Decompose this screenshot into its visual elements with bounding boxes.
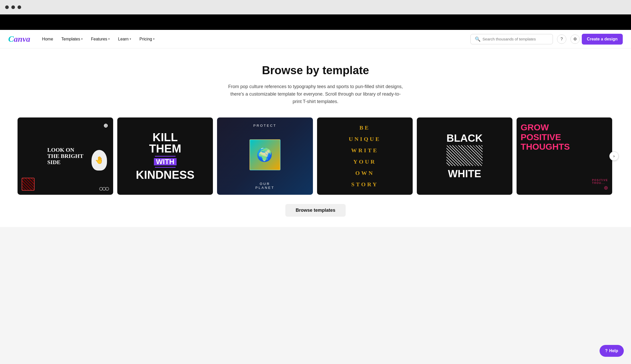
template-card-1[interactable]: ⊕ LOOK ONTHE BRIGHTSIDE 🤚 [18, 117, 113, 195]
globe-icon-1: ⊕ [103, 123, 108, 129]
nav-templates[interactable]: Templates ▾ [58, 35, 86, 44]
help-circle-button[interactable]: ? [557, 35, 566, 44]
circles-decoration [99, 187, 109, 191]
scroll-next-button[interactable]: › [609, 151, 619, 161]
main-content: Browse by template From pop culture refe… [0, 48, 631, 227]
page-title: Browse by template [10, 64, 621, 77]
page-subtitle: From pop culture references to typograph… [228, 83, 403, 105]
window-dot-yellow [11, 5, 15, 9]
template-card-5[interactable]: BLACK WHITE [417, 117, 512, 195]
template-card-4[interactable]: BEUNIQUEWRITEYOUROWNSTORY [317, 117, 413, 195]
nav-learn[interactable]: Learn ▾ [114, 35, 135, 44]
canva-logo[interactable]: Canva [8, 34, 30, 44]
templates-chevron-icon: ▾ [81, 37, 83, 41]
card-2-text: KILL THEM WITH KINDNESS [136, 132, 194, 181]
templates-container: ⊕ LOOK ONTHE BRIGHTSIDE 🤚 KILL THEM [15, 117, 616, 195]
card-3-planet-text: OURPLANET [255, 182, 275, 190]
create-design-button[interactable]: Create a design [582, 34, 623, 45]
settings-button[interactable]: ⚙ [570, 35, 580, 44]
learn-chevron-icon: ▾ [130, 37, 131, 41]
announcement-bar [0, 14, 631, 30]
search-bar[interactable]: 🔍 [470, 34, 553, 44]
card-1-text: LOOK ONTHE BRIGHTSIDE [47, 147, 84, 166]
navbar: Canva Home Templates ▾ Features ▾ Learn … [0, 30, 631, 48]
features-chevron-icon: ▾ [108, 37, 110, 41]
nav-pricing[interactable]: Pricing ▾ [136, 35, 158, 44]
card-4-text: BEUNIQUEWRITEYOUROWNSTORY [349, 122, 381, 190]
card-5-white-text: WHITE [448, 168, 481, 180]
template-card-3[interactable]: PROTECT 🌍 OURPLANET [217, 117, 313, 195]
red-pattern-box [22, 178, 35, 191]
nav-icon-group: ? ⚙ [557, 35, 580, 44]
pricing-chevron-icon: ▾ [153, 37, 155, 41]
nav-home[interactable]: Home [38, 35, 57, 44]
window-dot-green [18, 5, 21, 9]
window-top-bar [0, 0, 631, 14]
search-input[interactable] [483, 37, 549, 41]
card-3-protect-text: PROTECT [253, 124, 277, 128]
browse-section: Browse templates [10, 204, 621, 217]
search-icon: 🔍 [475, 36, 480, 42]
template-card-2[interactable]: KILL THEM WITH KINDNESS [117, 117, 213, 195]
templates-row: ⊕ LOOK ONTHE BRIGHTSIDE 🤚 KILL THEM [15, 117, 616, 195]
template-card-6[interactable]: GROWPOSITIVETHOUGHTS ⊕ POSITIVETHOU... [517, 117, 612, 195]
card-5-black-text: BLACK [446, 133, 483, 143]
globe-icon-2: ⊕ [604, 185, 608, 191]
globe-image: 🌍 [250, 139, 280, 170]
card-6-text: GROWPOSITIVETHOUGHTS [521, 123, 570, 151]
nav-links: Home Templates ▾ Features ▾ Learn ▾ Pric… [38, 35, 466, 44]
browse-templates-button[interactable]: Browse templates [285, 204, 346, 217]
nav-features[interactable]: Features ▾ [87, 35, 113, 44]
card-6-sub-text: POSITIVETHOU... [592, 179, 608, 184]
zebra-pattern [446, 145, 483, 166]
face-illustration: 🤚 [92, 150, 107, 171]
window-dot-red [5, 5, 9, 9]
